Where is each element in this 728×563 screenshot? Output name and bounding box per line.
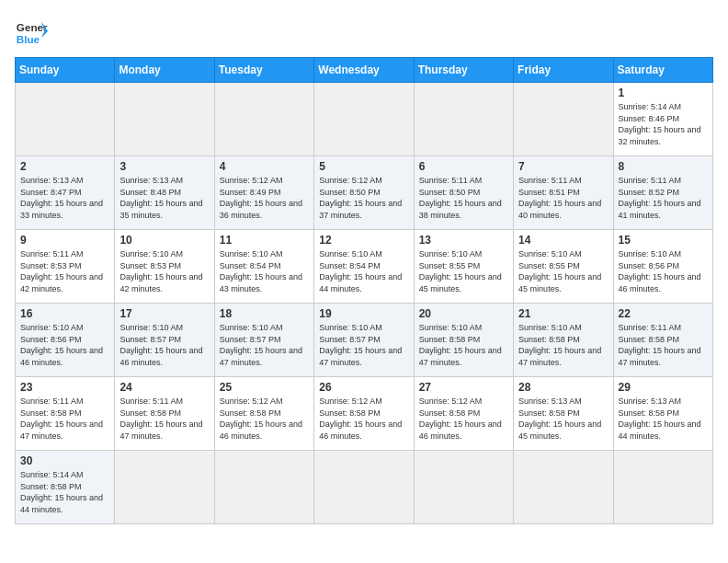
calendar-cell: 5Sunrise: 5:12 AM Sunset: 8:50 PM Daylig…: [314, 156, 414, 230]
day-number: 24: [119, 381, 209, 394]
calendar-cell: 11Sunrise: 5:10 AM Sunset: 8:54 PM Dayli…: [214, 230, 313, 304]
day-number: 17: [119, 307, 209, 320]
logo: General Blue: [15, 15, 51, 48]
day-number: 4: [220, 160, 309, 173]
calendar-cell: 2Sunrise: 5:13 AM Sunset: 8:47 PM Daylig…: [16, 156, 115, 230]
day-info: Sunrise: 5:10 AM Sunset: 8:57 PM Dayligh…: [220, 322, 309, 368]
calendar-cell: 1Sunrise: 5:14 AM Sunset: 8:46 PM Daylig…: [613, 83, 712, 156]
day-number: 18: [220, 307, 309, 320]
day-number: 13: [419, 234, 508, 247]
calendar-cell: [115, 83, 214, 156]
day-info: Sunrise: 5:14 AM Sunset: 8:46 PM Dayligh…: [619, 101, 708, 147]
day-info: Sunrise: 5:10 AM Sunset: 8:53 PM Dayligh…: [119, 248, 209, 294]
day-info: Sunrise: 5:10 AM Sunset: 8:56 PM Dayligh…: [619, 248, 708, 294]
calendar-cell: 9Sunrise: 5:11 AM Sunset: 8:53 PM Daylig…: [16, 230, 115, 304]
calendar-cell: 29Sunrise: 5:13 AM Sunset: 8:58 PM Dayli…: [613, 377, 712, 451]
calendar-cell: 18Sunrise: 5:10 AM Sunset: 8:57 PM Dayli…: [214, 304, 313, 377]
calendar-cell: [214, 451, 313, 524]
calendar-table: SundayMondayTuesdayWednesdayThursdayFrid…: [15, 57, 713, 524]
day-info: Sunrise: 5:12 AM Sunset: 8:58 PM Dayligh…: [319, 396, 408, 442]
day-info: Sunrise: 5:12 AM Sunset: 8:49 PM Dayligh…: [220, 175, 309, 221]
calendar-cell: 22Sunrise: 5:11 AM Sunset: 8:58 PM Dayli…: [613, 304, 712, 377]
calendar-week-row: 23Sunrise: 5:11 AM Sunset: 8:58 PM Dayli…: [16, 377, 713, 451]
calendar-cell: 30Sunrise: 5:14 AM Sunset: 8:58 PM Dayli…: [16, 451, 115, 524]
day-info: Sunrise: 5:13 AM Sunset: 8:47 PM Dayligh…: [20, 175, 109, 221]
calendar-cell: 24Sunrise: 5:11 AM Sunset: 8:58 PM Dayli…: [115, 377, 214, 451]
svg-text:Blue: Blue: [17, 33, 40, 45]
day-number: 8: [619, 160, 708, 173]
calendar-cell: 21Sunrise: 5:10 AM Sunset: 8:58 PM Dayli…: [514, 304, 613, 377]
calendar-cell: [16, 83, 115, 156]
day-info: Sunrise: 5:11 AM Sunset: 8:50 PM Dayligh…: [419, 175, 508, 221]
calendar-cell: 10Sunrise: 5:10 AM Sunset: 8:53 PM Dayli…: [115, 230, 214, 304]
day-info: Sunrise: 5:10 AM Sunset: 8:58 PM Dayligh…: [419, 322, 508, 368]
calendar-cell: [414, 83, 513, 156]
day-info: Sunrise: 5:11 AM Sunset: 8:51 PM Dayligh…: [518, 175, 608, 221]
day-info: Sunrise: 5:10 AM Sunset: 8:55 PM Dayligh…: [518, 248, 608, 294]
day-info: Sunrise: 5:10 AM Sunset: 8:56 PM Dayligh…: [20, 322, 109, 368]
day-info: Sunrise: 5:11 AM Sunset: 8:58 PM Dayligh…: [20, 396, 109, 442]
day-number: 10: [119, 234, 209, 247]
calendar-cell: 17Sunrise: 5:10 AM Sunset: 8:57 PM Dayli…: [115, 304, 214, 377]
calendar-cell: 6Sunrise: 5:11 AM Sunset: 8:50 PM Daylig…: [414, 156, 513, 230]
calendar-cell: 25Sunrise: 5:12 AM Sunset: 8:58 PM Dayli…: [214, 377, 313, 451]
day-number: 7: [518, 160, 608, 173]
day-info: Sunrise: 5:10 AM Sunset: 8:55 PM Dayligh…: [419, 248, 508, 294]
day-number: 30: [20, 454, 109, 467]
calendar-cell: 3Sunrise: 5:13 AM Sunset: 8:48 PM Daylig…: [115, 156, 214, 230]
weekday-header-tuesday: Tuesday: [214, 58, 313, 83]
day-number: 26: [319, 381, 408, 394]
day-number: 16: [20, 307, 109, 320]
calendar-cell: 4Sunrise: 5:12 AM Sunset: 8:49 PM Daylig…: [214, 156, 313, 230]
page-header: General Blue: [15, 15, 713, 48]
day-number: 14: [518, 234, 608, 247]
calendar-week-row: 16Sunrise: 5:10 AM Sunset: 8:56 PM Dayli…: [16, 304, 713, 377]
svg-text:General: General: [17, 21, 48, 33]
day-number: 5: [319, 160, 408, 173]
day-number: 20: [419, 307, 508, 320]
day-info: Sunrise: 5:11 AM Sunset: 8:52 PM Dayligh…: [619, 175, 708, 221]
day-number: 12: [319, 234, 408, 247]
day-number: 19: [319, 307, 408, 320]
calendar-cell: 7Sunrise: 5:11 AM Sunset: 8:51 PM Daylig…: [514, 156, 613, 230]
day-info: Sunrise: 5:13 AM Sunset: 8:48 PM Dayligh…: [119, 175, 209, 221]
logo-icon: General Blue: [15, 15, 48, 48]
weekday-header-sunday: Sunday: [16, 58, 115, 83]
weekday-header-row: SundayMondayTuesdayWednesdayThursdayFrid…: [16, 58, 713, 83]
day-number: 21: [518, 307, 608, 320]
day-info: Sunrise: 5:12 AM Sunset: 8:50 PM Dayligh…: [319, 175, 408, 221]
day-number: 1: [619, 86, 708, 99]
day-info: Sunrise: 5:10 AM Sunset: 8:58 PM Dayligh…: [518, 322, 608, 368]
calendar-cell: 28Sunrise: 5:13 AM Sunset: 8:58 PM Dayli…: [514, 377, 613, 451]
day-number: 2: [20, 160, 109, 173]
day-number: 25: [220, 381, 309, 394]
day-number: 3: [119, 160, 209, 173]
weekday-header-monday: Monday: [115, 58, 214, 83]
day-info: Sunrise: 5:11 AM Sunset: 8:53 PM Dayligh…: [20, 248, 109, 294]
calendar-cell: 16Sunrise: 5:10 AM Sunset: 8:56 PM Dayli…: [16, 304, 115, 377]
calendar-cell: [314, 83, 414, 156]
calendar-header: SundayMondayTuesdayWednesdayThursdayFrid…: [16, 58, 713, 83]
day-info: Sunrise: 5:12 AM Sunset: 8:58 PM Dayligh…: [419, 396, 508, 442]
calendar-week-row: 2Sunrise: 5:13 AM Sunset: 8:47 PM Daylig…: [16, 156, 713, 230]
day-info: Sunrise: 5:11 AM Sunset: 8:58 PM Dayligh…: [619, 322, 708, 368]
day-info: Sunrise: 5:13 AM Sunset: 8:58 PM Dayligh…: [619, 396, 708, 442]
calendar-week-row: 1Sunrise: 5:14 AM Sunset: 8:46 PM Daylig…: [16, 83, 713, 156]
calendar-cell: [414, 451, 513, 524]
day-info: Sunrise: 5:12 AM Sunset: 8:58 PM Dayligh…: [220, 396, 309, 442]
day-number: 15: [619, 234, 708, 247]
calendar-body: 1Sunrise: 5:14 AM Sunset: 8:46 PM Daylig…: [16, 83, 713, 524]
calendar-cell: [115, 451, 214, 524]
calendar-cell: [314, 451, 414, 524]
day-info: Sunrise: 5:10 AM Sunset: 8:54 PM Dayligh…: [319, 248, 408, 294]
day-number: 9: [20, 234, 109, 247]
calendar-cell: [214, 83, 313, 156]
calendar-cell: 15Sunrise: 5:10 AM Sunset: 8:56 PM Dayli…: [613, 230, 712, 304]
day-info: Sunrise: 5:13 AM Sunset: 8:58 PM Dayligh…: [518, 396, 608, 442]
calendar-cell: [514, 83, 613, 156]
day-info: Sunrise: 5:10 AM Sunset: 8:57 PM Dayligh…: [319, 322, 408, 368]
calendar-week-row: 30Sunrise: 5:14 AM Sunset: 8:58 PM Dayli…: [16, 451, 713, 524]
day-info: Sunrise: 5:14 AM Sunset: 8:58 PM Dayligh…: [20, 469, 109, 515]
calendar-cell: 19Sunrise: 5:10 AM Sunset: 8:57 PM Dayli…: [314, 304, 414, 377]
calendar-week-row: 9Sunrise: 5:11 AM Sunset: 8:53 PM Daylig…: [16, 230, 713, 304]
